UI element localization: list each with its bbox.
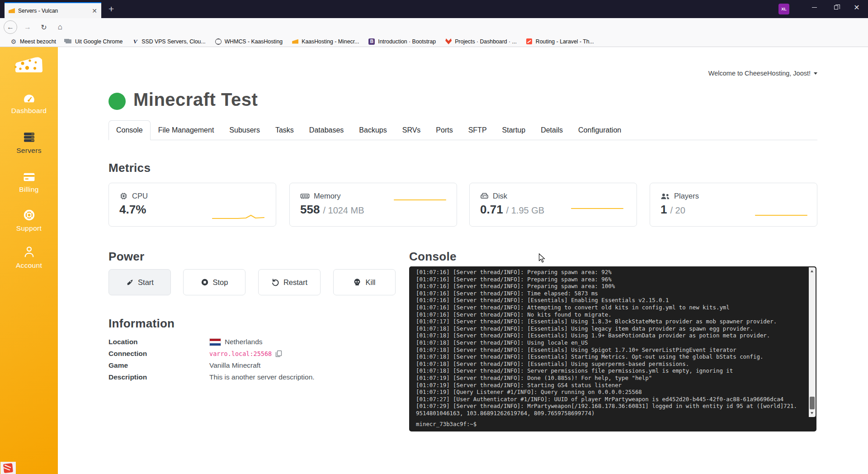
sidebar-item-servers[interactable]: Servers — [0, 131, 58, 155]
window-close-button[interactable]: ✕ — [846, 0, 867, 14]
disk-sparkline — [571, 206, 624, 211]
information-heading: Information — [108, 317, 175, 331]
console-log-line: [01:07:16] [Server thread/INFO]: Attempt… — [416, 304, 799, 311]
server-tab[interactable]: File Management — [151, 120, 222, 140]
laravel-app-icon — [3, 463, 13, 473]
bookmark-item[interactable]: Introduction · Bootstrap — [364, 37, 439, 46]
window-restore-button[interactable] — [826, 0, 846, 14]
copy-icon[interactable] — [275, 350, 282, 357]
stop-button[interactable]: Stop — [183, 269, 245, 295]
console-scrollbar[interactable] — [809, 267, 816, 417]
sidebar-item-support[interactable]: Support — [0, 209, 58, 232]
bookmark-item[interactable]: SSD VPS Servers, Clou... — [128, 37, 209, 46]
metric-label: Memory — [314, 192, 341, 200]
skull-icon — [353, 278, 361, 286]
bookmark-icon — [368, 38, 375, 45]
bookmark-label: Routing - Laravel - Th... — [536, 38, 594, 45]
bookmark-icon — [215, 38, 222, 45]
bookmark-icon — [132, 38, 139, 45]
info-row-description: Description This is another server descr… — [108, 373, 315, 381]
console-log-line: [01:07:18] [Server thread/INFO]: [Essent… — [416, 325, 799, 332]
bookmark-label: Projects · Dashboard · ... — [455, 38, 517, 45]
console-log-line: [01:07:17] [Server thread/INFO]: [Essent… — [416, 318, 799, 325]
console-terminal[interactable]: [01:07:16] [Server thread/INFO]: Prepari… — [409, 266, 816, 431]
metric-value: 1 — [660, 203, 667, 217]
browser-tab[interactable]: Servers - Vulcan ✕ — [5, 2, 101, 18]
memory-icon — [300, 192, 310, 200]
console-prompt[interactable]: minecr_73b3ac9f:~$ — [416, 421, 476, 427]
server-tab[interactable]: Ports — [428, 120, 460, 140]
server-tab[interactable]: Tasks — [268, 120, 302, 140]
bookmark-label: SSD VPS Servers, Clou... — [142, 38, 205, 45]
start-button[interactable]: Start — [108, 269, 171, 295]
console-log-line: [01:07:18] [Server thread/INFO]: [Essent… — [416, 360, 799, 368]
scrollbar-thumb[interactable] — [810, 397, 815, 409]
new-tab-button[interactable]: + — [108, 4, 114, 14]
info-row-connection: Connection varro.local:25568 — [108, 350, 282, 358]
server-status-indicator — [108, 93, 126, 110]
info-row-location: Location Netherlands — [108, 338, 263, 346]
bookmark-item[interactable]: Projects · Dashboard · ... — [441, 37, 520, 46]
info-row-game: Game Vanilla Minecraft — [108, 361, 260, 370]
console-log-line: [01:07:18] [Server thread/INFO]: Server … — [416, 367, 799, 374]
server-tab[interactable]: Subusers — [222, 120, 268, 140]
console-log-line: [01:07:16] [Server thread/INFO]: No kits… — [416, 311, 799, 318]
server-tab[interactable]: Startup — [495, 120, 533, 140]
players-icon — [660, 192, 670, 200]
bookmark-label: KaasHosting - Minecr... — [302, 38, 359, 45]
players-sparkline — [755, 213, 808, 218]
bookmarks-bar: Meest bezocht Uit Google Chrome SSD VPS … — [0, 36, 868, 47]
extension-icon[interactable]: XL — [778, 4, 789, 14]
server-page: Welcome to CheeseHosting, Joost! Minecra… — [58, 47, 868, 474]
tab-close-icon[interactable]: ✕ — [92, 7, 97, 14]
reload-button[interactable]: ↻ — [37, 20, 51, 34]
sidebar-item-dashboard[interactable]: Dashboard — [0, 93, 58, 115]
restart-button[interactable]: Restart — [258, 269, 321, 295]
connection-address: varro.local:25568 — [209, 350, 272, 357]
console-log-line: [01:07:16] [Server thread/INFO]: Prepari… — [416, 276, 799, 283]
back-button[interactable]: ← — [4, 20, 17, 34]
console-log-line: [01:07:18] [Server thread/INFO]: [Essent… — [416, 353, 799, 360]
metric-label: CPU — [132, 192, 148, 200]
browser-navbar: ← → ↻ ⌂ i vulcan.home.juiced.space/serve… — [0, 18, 868, 36]
user-icon — [23, 245, 35, 258]
scroll-up-icon[interactable] — [811, 270, 813, 272]
bookmark-item[interactable]: Routing - Laravel - Th... — [522, 37, 598, 46]
console-log-line: [01:07:27] [User Authenticator #1/INFO]:… — [416, 396, 799, 403]
sidebar-item-account[interactable]: Account — [0, 245, 58, 270]
memory-sparkline — [393, 198, 447, 202]
bookmark-icon — [526, 38, 533, 45]
metric-value: 4.7% — [119, 203, 146, 217]
bookmark-item[interactable]: WHMCS - KaasHosting — [211, 37, 286, 46]
metric-label: Disk — [493, 192, 507, 200]
corner-app-icon[interactable] — [0, 462, 16, 474]
bookmark-item[interactable]: KaasHosting - Minecr... — [288, 37, 363, 46]
server-tab[interactable]: Backups — [351, 120, 394, 140]
server-tab[interactable]: Databases — [302, 120, 352, 140]
console-log-line: [01:07:18] [Server thread/INFO]: [Essent… — [416, 346, 799, 354]
window-minimize-button[interactable] — [804, 0, 825, 14]
chevron-down-icon — [814, 72, 817, 75]
dashboard-icon — [23, 93, 35, 104]
home-button[interactable]: ⌂ — [53, 20, 67, 34]
billing-icon — [23, 172, 35, 182]
forward-button[interactable]: → — [21, 20, 34, 34]
bookmark-item[interactable]: Uit Google Chrome — [61, 37, 126, 46]
server-tab[interactable]: Details — [533, 120, 571, 140]
bookmark-item[interactable]: Meest bezocht — [6, 37, 60, 46]
bookmark-icon — [10, 38, 17, 45]
cheesehosting-logo-icon[interactable] — [14, 53, 43, 74]
scroll-down-icon[interactable] — [811, 412, 813, 414]
sidebar-item-billing[interactable]: Billing — [0, 172, 58, 194]
server-tab[interactable]: SRVs — [395, 120, 429, 140]
page-title: Minecraft Test — [133, 90, 258, 110]
server-tab[interactable]: SFTP — [461, 120, 495, 140]
power-heading: Power — [108, 250, 145, 264]
metrics-heading: Metrics — [108, 161, 151, 175]
server-tab[interactable]: Console — [108, 120, 151, 140]
console-log-line: [01:07:16] [Server thread/INFO]: [Essent… — [416, 297, 799, 304]
metric-value: 0.71 — [480, 203, 503, 217]
server-tab[interactable]: Configuration — [571, 120, 629, 140]
kill-button[interactable]: Kill — [333, 269, 396, 295]
user-menu[interactable]: Welcome to CheeseHosting, Joost! — [708, 70, 817, 77]
